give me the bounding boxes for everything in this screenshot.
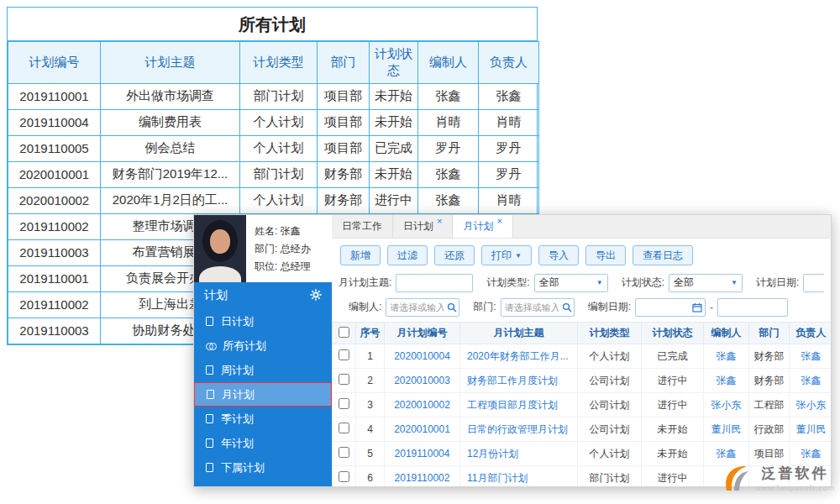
cell-code[interactable]: 2020010002 bbox=[385, 393, 460, 417]
profile-info: 姓名: 张鑫 部门: 总经办 职位: 总经理 bbox=[246, 215, 311, 282]
all-plans-row[interactable]: 2019110005例会总结个人计划项目部已完成罗丹罗丹 bbox=[8, 135, 539, 161]
cell-status: 未开始 bbox=[642, 442, 704, 466]
status-filter-value: 全部 bbox=[674, 276, 694, 290]
cell-subject[interactable]: 财务部工作月度计划 bbox=[460, 369, 578, 393]
subject-filter-input[interactable] bbox=[396, 274, 473, 292]
view-log-button[interactable]: 查看日志 bbox=[633, 245, 693, 265]
plan-date-input[interactable] bbox=[803, 274, 824, 292]
sidebar-item-week-plan[interactable]: 周计划 bbox=[194, 358, 332, 382]
tab-daily-work[interactable]: 日常工作 bbox=[332, 215, 393, 238]
fanpu-url: www.fanpusoft.com bbox=[755, 484, 835, 492]
status-filter-select[interactable]: 全部 ▼ bbox=[669, 274, 743, 292]
all-plans-row[interactable]: 20200100022020年1月2日的工...个人计划财务部进行中张鑫肖晴 bbox=[8, 187, 539, 213]
cell-type: 公司计划 bbox=[578, 393, 642, 417]
add-button[interactable]: 新增 bbox=[340, 245, 381, 265]
type-filter: 计划类型: 全部 ▼ bbox=[486, 274, 607, 292]
select-all-checkbox[interactable] bbox=[339, 327, 349, 338]
restore-button[interactable]: 还原 bbox=[434, 245, 475, 265]
tab-day-plan[interactable]: 日计划 × bbox=[393, 215, 453, 238]
all-plans-cell: 2019110002 bbox=[8, 213, 101, 239]
all-plans-row[interactable]: 2019110004编制费用表个人计划项目部未开始肖晴肖晴 bbox=[8, 109, 539, 135]
close-icon[interactable]: × bbox=[437, 215, 442, 227]
profile-dept: 部门: 总经办 bbox=[255, 240, 311, 258]
all-plans-cell: 编制费用表 bbox=[101, 109, 240, 135]
cell-owner[interactable]: 张小东 bbox=[790, 393, 832, 417]
all-plans-cell: 张鑫 bbox=[418, 83, 479, 109]
column-header-no: 序号 bbox=[356, 323, 385, 344]
sidebar-item-label: 季计划 bbox=[221, 412, 254, 427]
cell-subject[interactable]: 11月部门计划 bbox=[460, 466, 578, 487]
cell-compiler[interactable]: 张小东 bbox=[704, 393, 749, 417]
compile-date-start-input[interactable] bbox=[635, 298, 706, 317]
all-plans-cell: 张鑫 bbox=[418, 187, 479, 213]
all-plans-cell: 张鑫 bbox=[418, 161, 479, 187]
export-button[interactable]: 导出 bbox=[585, 245, 626, 265]
tab-bar: 日常工作 日计划 × 月计划 × bbox=[332, 215, 831, 239]
row-checkbox[interactable] bbox=[339, 423, 349, 433]
compile-date-end-input[interactable] bbox=[717, 298, 788, 317]
row-checkbox[interactable] bbox=[339, 349, 349, 360]
cell-code[interactable]: 2020010003 bbox=[385, 369, 460, 393]
fanpu-logo-icon bbox=[722, 462, 750, 494]
type-filter-label: 计划类型: bbox=[486, 276, 529, 290]
all-plans-cell: 部门计划 bbox=[240, 83, 318, 109]
table-row[interactable]: 32020010002工程项目部月度计划公司计划进行中张小东工程部张小东 bbox=[333, 393, 832, 417]
checkbox-cell bbox=[333, 393, 356, 417]
checkbox-cell bbox=[333, 369, 356, 393]
row-checkbox[interactable] bbox=[339, 398, 349, 409]
column-header-plan-type: 计划类型 bbox=[240, 42, 318, 84]
cell-code[interactable]: 2020010001 bbox=[385, 417, 460, 442]
sidebar-item-year-plan[interactable]: 年计划 bbox=[194, 431, 332, 455]
row-checkbox[interactable] bbox=[339, 374, 349, 385]
search-icon bbox=[562, 302, 572, 312]
cell-compiler[interactable]: 董川民 bbox=[704, 417, 749, 442]
all-plans-cell: 2020010002 bbox=[8, 187, 101, 213]
type-filter-select[interactable]: 全部 ▼ bbox=[534, 274, 608, 292]
filter-button[interactable]: 过滤 bbox=[387, 245, 428, 265]
cell-subject[interactable]: 日常的行政管理月计划 bbox=[460, 417, 578, 442]
table-row[interactable]: 42020010001日常的行政管理月计划公司计划未开始董川民行政部董川民 bbox=[333, 417, 832, 442]
table-row[interactable]: 120200100042020年财务部工作月...个人计划已完成张鑫财务部张鑫 bbox=[333, 344, 832, 369]
cell-type: 部门计划 bbox=[578, 466, 642, 487]
cell-compiler[interactable]: 张鑫 bbox=[704, 369, 749, 393]
sidebar-item-month-plan[interactable]: 月计划 bbox=[194, 382, 332, 407]
column-header-subject: 月计划主题 bbox=[460, 323, 578, 344]
cell-subject[interactable]: 12月份计划 bbox=[460, 442, 578, 466]
all-plans-cell: 财务部 bbox=[318, 161, 370, 187]
all-plans-cell: 部门计划 bbox=[240, 161, 318, 187]
close-icon[interactable]: × bbox=[496, 215, 501, 227]
column-header-owner: 负责人 bbox=[790, 323, 832, 344]
cell-status: 进行中 bbox=[642, 466, 704, 487]
row-checkbox[interactable] bbox=[339, 447, 349, 458]
tab-month-plan[interactable]: 月计划 × bbox=[453, 215, 512, 238]
checkbox-cell bbox=[333, 344, 356, 369]
sidebar-item-all-plans[interactable]: 所有计划 bbox=[194, 333, 332, 358]
sidebar-item-subordinate-plan[interactable]: 下属计划 bbox=[194, 455, 332, 480]
import-button[interactable]: 导入 bbox=[538, 245, 579, 265]
row-checkbox[interactable] bbox=[339, 471, 349, 482]
sidebar-item-quarter-plan[interactable]: 季计划 bbox=[194, 407, 332, 431]
cell-compiler[interactable]: 张鑫 bbox=[704, 344, 749, 369]
all-plans-row[interactable]: 2020010001财务部门2019年12...部门计划财务部未开始张鑫罗丹 bbox=[8, 161, 539, 187]
cell-owner[interactable]: 张鑫 bbox=[790, 369, 832, 393]
sidebar-item-day-plan[interactable]: 日计划 bbox=[194, 309, 332, 333]
cell-code[interactable]: 2019110002 bbox=[385, 466, 460, 487]
cell-subject[interactable]: 工程项目部月度计划 bbox=[460, 393, 578, 417]
cell-owner[interactable]: 张鑫 bbox=[790, 344, 832, 369]
print-button[interactable]: 打印 ▼ bbox=[481, 245, 532, 265]
column-header-plan-code: 计划编号 bbox=[8, 42, 101, 84]
gear-icon[interactable] bbox=[310, 289, 322, 303]
cell-type: 个人计划 bbox=[578, 442, 642, 466]
all-plans-row[interactable]: 2019110001外出做市场调查部门计划项目部未开始张鑫张鑫 bbox=[8, 83, 539, 109]
column-header-dept: 部门 bbox=[749, 323, 790, 344]
status-filter-label: 计划状态: bbox=[622, 276, 664, 290]
cell-owner[interactable]: 董川民 bbox=[790, 417, 832, 442]
checkbox-cell bbox=[333, 442, 356, 466]
checkbox-cell bbox=[333, 466, 356, 487]
cell-code[interactable]: 2020010004 bbox=[385, 344, 460, 369]
cell-subject[interactable]: 2020年财务部工作月... bbox=[460, 344, 578, 369]
table-row[interactable]: 22020010003财务部工作月度计划公司计划进行中张鑫财务部张鑫 bbox=[333, 369, 832, 393]
cell-code[interactable]: 2019110004 bbox=[385, 442, 460, 466]
all-plans-cell: 2020年1月2日的工... bbox=[101, 187, 240, 213]
cell-type: 公司计划 bbox=[578, 369, 642, 393]
